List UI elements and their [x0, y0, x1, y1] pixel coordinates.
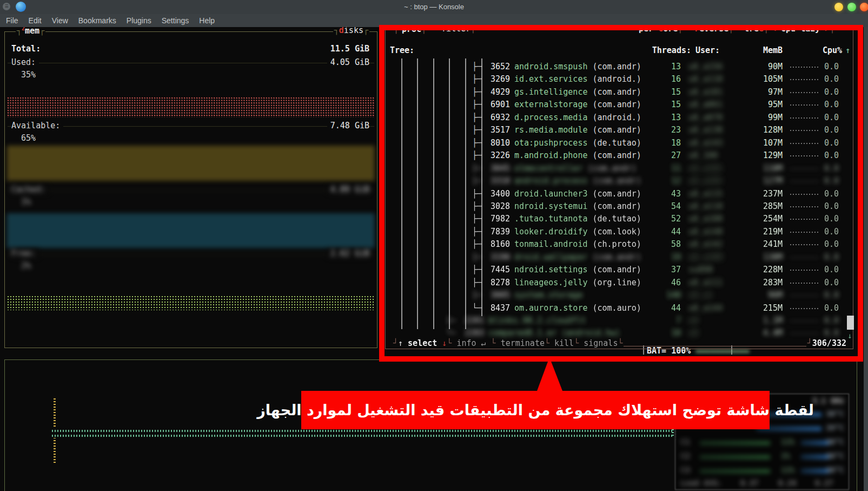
mem-available-label: Available:	[11, 121, 63, 130]
process-threads: 12	[656, 176, 681, 186]
menu-item-bookmarks[interactable]: Bookmarks	[78, 16, 116, 25]
net-graph-upload-spike	[54, 398, 56, 427]
process-row[interactable]: ├─7839looker.droidify (com.look)44u0_a14…	[386, 227, 853, 239]
process-name: om.aurora.store (com.auro)	[514, 303, 641, 313]
process-row[interactable]: ├─6901externalstorage (com.andr)15u0_a06…	[386, 100, 853, 112]
process-memory: 105M	[736, 74, 783, 84]
dotted-leader	[790, 168, 818, 169]
menu-item-view[interactable]: View	[52, 16, 68, 25]
process-pid: 3045	[484, 163, 510, 173]
proc-reverse-toggle[interactable]: reverse┌	[693, 27, 735, 34]
core-temp: 38°C	[826, 437, 844, 446]
minimize-button[interactable]	[834, 3, 843, 11]
process-row[interactable]: ├─8278lineageos.jelly (org.line)46u0_a11…	[386, 278, 853, 290]
titlebar[interactable]: ☰ ~ : btop — Konsole	[0, 0, 868, 14]
tree-branch: ├─	[472, 113, 482, 122]
memb-column-header[interactable]: MemB	[728, 45, 783, 55]
process-memory: 215M	[736, 303, 783, 313]
process-row[interactable]: ├─3190droid.wallpaper (com.andr)19u0_a10…	[386, 252, 853, 264]
threads-column-header[interactable]: Threads:	[637, 45, 691, 55]
select-button[interactable]: select	[408, 338, 437, 348]
process-row[interactable]: ├─3517rs.media.module (com.andr)23u0_a13…	[386, 125, 853, 137]
process-row[interactable]: ├─3310android.process (com.andr)12u0_a10…	[386, 176, 853, 188]
maximize-button[interactable]	[847, 3, 856, 11]
core-usage-bar	[700, 441, 770, 445]
process-row[interactable]: ├─3028ndroid.systemui (com.andr)54u0_a11…	[386, 201, 853, 213]
process-name: blinks.98.2.cloudflt	[488, 316, 586, 325]
window-title: ~ : btop — Konsole	[0, 3, 868, 11]
tree-branch: ├─	[472, 214, 482, 224]
proc-tree-toggle[interactable]: tree┌	[743, 27, 770, 34]
net-graph-download-spike	[54, 438, 56, 463]
konsole-scrollbar[interactable]	[864, 27, 868, 491]
process-row[interactable]: ├─7982.tutao.tutanota (de.tutao)52u0_a18…	[386, 214, 853, 226]
dotted-leader	[790, 194, 818, 195]
process-name: droid.launcher3 (com.andr)	[514, 189, 641, 199]
process-name: android.process (com.andr)	[514, 176, 641, 186]
process-user: u0_a115	[688, 189, 722, 199]
terminate-button[interactable]: terminate	[501, 338, 545, 348]
enter-icon[interactable]: ↵	[481, 338, 486, 348]
up-arrow-icon[interactable]: ↑	[398, 338, 403, 348]
process-user: u0_100	[688, 150, 722, 160]
process-row[interactable]: └─8437om.aurora.store (com.auro)44u0_a14…	[386, 303, 853, 315]
down-arrow-icon[interactable]: ↓	[442, 338, 447, 348]
process-row[interactable]: ├─3269id.ext.services (android.)16u0_a11…	[386, 74, 853, 86]
process-row[interactable]: ├─4929gs.intelligence (com.andr)15u0_a18…	[386, 87, 853, 99]
process-row[interactable]: ├─3005system.storage 140u0_a196M0.0	[386, 290, 853, 302]
process-row[interactable]: ├─6932d.process.media (android.)13u0_a07…	[386, 113, 853, 125]
proc-sort-selector[interactable]: < cpu lazy >┌	[770, 27, 836, 34]
close-button[interactable]	[860, 3, 868, 11]
info-button[interactable]: info	[456, 338, 476, 348]
signals-button[interactable]: signals	[584, 338, 618, 348]
process-name: lineageos.jelly (org.line)	[514, 278, 641, 287]
process-cpu: 0.0	[818, 87, 839, 97]
proc-scrollbar-thumb[interactable]	[847, 316, 854, 330]
process-name: gs.intelligence (com.andr)	[514, 87, 641, 97]
process-threads: 13	[656, 62, 681, 71]
dotted-leader	[790, 104, 818, 106]
mem-available-row: Available: 7.48 GiB	[5, 121, 377, 133]
proc-percore-toggle[interactable]: per-core┌	[637, 27, 684, 34]
menu-item-settings[interactable]: Settings	[162, 16, 189, 25]
dotted-leader	[790, 232, 818, 233]
proc-filter-button[interactable]: filter┌	[440, 27, 477, 34]
process-row[interactable]: ├─2201blinks.98.2.cloudflt 7u01.1M0.0	[386, 316, 853, 328]
tree-branch: ├─	[472, 189, 482, 199]
mem-panel-title[interactable]: ┐2mem┌	[16, 27, 45, 36]
cpu-column-header[interactable]: Cpu%	[788, 45, 842, 55]
dotted-leader	[790, 143, 818, 144]
menu-item-plugins[interactable]: Plugins	[127, 16, 151, 25]
kill-button[interactable]: kill	[554, 338, 574, 348]
process-name: ndroid.settings (com.andr)	[514, 265, 641, 274]
process-name: android.smspush (com.andr)	[514, 62, 641, 71]
process-row[interactable]: ├─3400droid.launcher3 (com.andr)43u0_a11…	[386, 189, 853, 201]
menu-item-edit[interactable]: Edit	[29, 16, 42, 25]
process-row[interactable]: ├─8160tonmail.android (ch.proto)58u0_a14…	[386, 239, 853, 251]
process-user: u0_a148	[688, 227, 722, 237]
tree-column-header[interactable]: Tree:	[390, 45, 414, 55]
process-row[interactable]: ├─8010ota:pushprocess (de.tutao)18u0_a14…	[386, 138, 853, 150]
process-user: u0_a181	[688, 87, 722, 97]
process-memory: 107M	[736, 138, 783, 148]
process-memory: 241M	[736, 239, 783, 249]
process-cpu: 0.0	[818, 278, 839, 287]
proc-panel-title[interactable]: ┐4proc┌	[392, 27, 428, 34]
process-row[interactable]: ├─3045olmecontroller (com.andr)11u0_a101…	[386, 163, 853, 175]
process-row[interactable]: ├─7445ndroid.settings (com.andr)37su0982…	[386, 265, 853, 277]
process-user: u0_a1	[688, 290, 722, 300]
disks-panel-title[interactable]: ┐disks┌	[333, 27, 369, 35]
core-percent: 11%	[781, 437, 794, 446]
mem-panel: ┐2mem┌ ┐disks┌ Total: 11.5 GiB Used: 4.0…	[4, 31, 377, 348]
process-user: u0	[688, 316, 722, 325]
process-row[interactable]: ├─3652android.smspush (com.andr)13u0_a15…	[386, 62, 853, 74]
menu-item-file[interactable]: File	[6, 16, 18, 25]
user-column-header[interactable]: User:	[695, 45, 720, 55]
menu-item-help[interactable]: Help	[199, 16, 215, 25]
scroll-down-icon[interactable]: ↓	[847, 331, 852, 340]
process-name: externalstorage (com.andr)	[514, 100, 641, 109]
process-cpu: 0.0	[818, 176, 839, 186]
process-memory: 96M	[736, 290, 783, 300]
process-row[interactable]: ├─3226m.android.phone (com.andr)27u0_100…	[386, 150, 853, 162]
core-label: C3	[681, 466, 690, 474]
